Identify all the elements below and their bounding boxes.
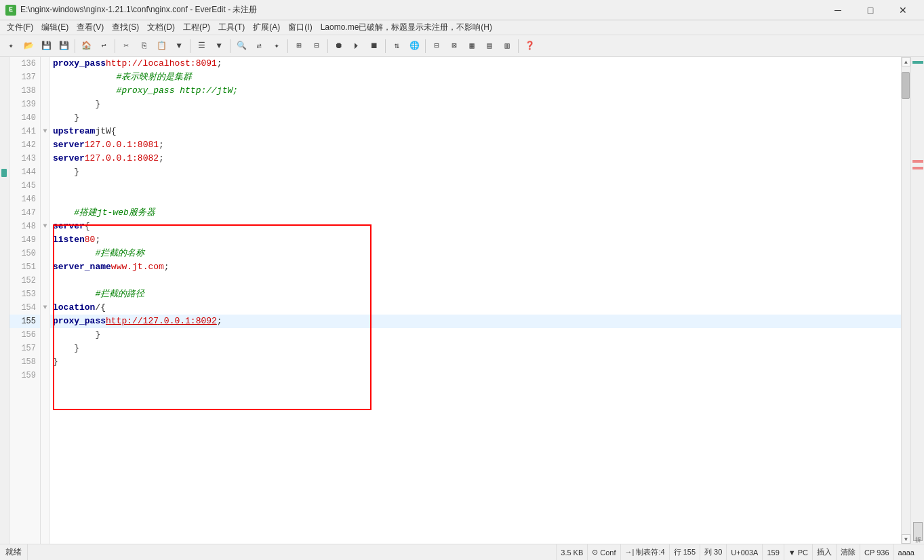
right-panel-btn1[interactable]: 折 [913,522,923,541]
line-number-136: 136 [9,57,40,71]
code-line-149[interactable]: listen 80; [50,233,901,247]
tb-back-btn[interactable]: ↩ [96,38,112,54]
code-line-138[interactable]: #proxy_pass http://jtW; [50,84,901,98]
code-line-145[interactable] [50,179,901,193]
code-line-152[interactable] [50,274,901,287]
title-bar-left: E E:\nginx-windows\nginx-1.21.1\conf\ngi… [5,4,258,16]
scroll-down-button[interactable]: ▼ [902,534,910,544]
fold-cell-152 [41,274,49,287]
tb-stop-btn[interactable]: ⏹ [366,38,382,54]
tb-save-btn[interactable]: 💾 [38,38,54,54]
fold-cell-148[interactable]: ▼ [41,220,49,233]
line-number-151: 151 [9,260,40,274]
tb-home-btn[interactable]: 🏠 [78,38,94,54]
tb-split3-btn[interactable]: ▦ [464,38,480,54]
code-line-146[interactable] [50,193,901,206]
code-lines[interactable]: proxy_pass http://localhost:8091; #表示映射的… [50,57,901,544]
code-line-159[interactable] [50,369,901,382]
tb-format2-btn[interactable]: ▼ [211,38,227,54]
status-encoding[interactable]: ⊙ Conf [587,544,620,560]
code-line-147[interactable]: #搭建jt-web服务器 [50,206,901,220]
window-title: E:\nginx-windows\nginx-1.21.1\conf\nginx… [20,4,258,16]
scroll-up-button[interactable]: ▲ [902,57,910,66]
menu-edit[interactable]: 编辑(E) [37,20,73,35]
tb-replace-btn[interactable]: ⇄ [251,38,267,54]
code-area[interactable]: proxy_pass http://localhost:8091; #表示映射的… [50,57,901,544]
tb-sync-btn[interactable]: ⇅ [388,38,405,54]
right-annotation-panel: 折 [910,57,924,544]
tb-split2-btn[interactable]: ⊠ [446,38,462,54]
tb-save2-btn[interactable]: 💾 [56,38,72,54]
tb-col-btn[interactable]: ⊟ [308,38,325,54]
tb-mark-btn[interactable]: ✦ [268,38,285,54]
code-line-140[interactable]: } [50,111,901,125]
menu-laomo[interactable]: Laomo.me已破解，标题显示未注册，不影响(H) [317,20,496,35]
menu-file[interactable]: 文件(F) [3,20,37,35]
tb-split4-btn[interactable]: ▤ [481,38,498,54]
menu-view[interactable]: 查看(V) [73,20,108,35]
fold-cell-154[interactable]: ▼ [41,301,49,315]
status-unicode: U+003A [726,544,762,560]
code-line-144[interactable]: } [50,165,901,179]
tb-sep4 [230,39,230,53]
tb-cut-btn[interactable]: ✂ [118,38,134,54]
code-line-155[interactable]: proxy_pass http://127.0.0.1:8092; [50,315,901,328]
tb-sep3 [190,39,190,53]
code-line-151[interactable]: server_name www.jt.com; [50,260,901,274]
tb-help-btn[interactable]: ❓ [521,38,538,54]
tb-split-btn[interactable]: ⊟ [428,38,445,54]
fold-cell-143 [41,152,49,165]
menu-doc[interactable]: 文档(D) [143,20,179,35]
tb-open-btn[interactable]: 📂 [20,38,37,54]
code-line-157[interactable]: } [50,342,901,355]
tb-copy-btn[interactable]: ⎘ [136,38,152,54]
tb-web-btn[interactable]: 🌐 [406,38,422,54]
code-line-153[interactable]: #拦截的路径 [50,287,901,301]
menu-window[interactable]: 窗口(I) [284,20,316,35]
status-charcount: 159 [762,544,783,560]
fold-cell-151 [41,260,49,274]
tb-find-btn[interactable]: 🔍 [233,38,249,54]
code-line-156[interactable]: } [50,328,901,342]
line-number-148: 148 [9,220,40,233]
fold-cell-159 [41,369,49,382]
right-scrollbar[interactable]: ▲ ▼ [901,57,910,544]
scroll-track[interactable] [902,66,910,534]
code-line-150[interactable]: #拦截的名称 [50,247,901,260]
maximize-button[interactable]: □ [855,0,886,20]
fold-cell-141[interactable]: ▼ [41,125,49,138]
tb-run-btn[interactable]: ⏵ [348,38,365,54]
code-line-139[interactable]: } [50,98,901,111]
code-line-137[interactable]: #表示映射的是集群 [50,71,901,84]
tb-split5-btn[interactable]: ▥ [499,38,515,54]
tb-paste2-btn[interactable]: ▼ [171,38,187,54]
scroll-thumb[interactable] [902,72,910,99]
status-zoom: CP 936 [860,544,893,560]
code-line-141[interactable]: upstream jtW { [50,125,901,138]
tb-layout-btn[interactable]: ⊞ [291,38,307,54]
code-line-148[interactable]: server { [50,220,901,233]
tb-paste-btn[interactable]: 📋 [153,38,169,54]
status-ready: 就绪 [5,544,28,560]
menu-tools[interactable]: 工具(T) [214,20,249,35]
code-line-136[interactable]: proxy_pass http://localhost:8091; [50,57,901,71]
menu-project[interactable]: 工程(P) [179,20,214,35]
menu-extend[interactable]: 扩展(A) [249,20,284,35]
minimize-button[interactable]: ─ [822,0,853,20]
code-line-154[interactable]: location / { [50,301,901,315]
line-number-139: 139 [9,98,40,111]
close-button[interactable]: ✕ [887,0,919,20]
side-indicator [1,169,7,177]
line-number-145: 145 [9,179,40,193]
tb-sep2 [115,39,115,53]
code-line-158[interactable]: } [50,355,901,369]
fold-cell-142 [41,138,49,152]
code-line-143[interactable]: server 127.0.0.1:8082; [50,152,901,165]
menu-search[interactable]: 查找(S) [108,20,143,35]
tb-sep6 [327,39,328,53]
tb-new-btn[interactable]: ✦ [3,38,19,54]
code-line-142[interactable]: server 127.0.0.1:8081; [50,138,901,152]
tb-format-btn[interactable]: ☰ [193,38,209,54]
tb-macro-btn[interactable]: ⏺ [331,38,347,54]
status-lineending[interactable]: ▼ PC [784,544,812,560]
